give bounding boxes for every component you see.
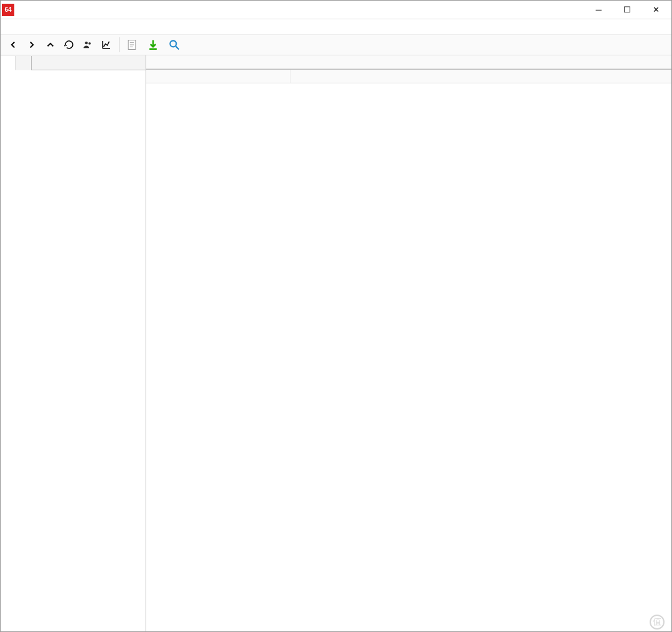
title-bar: 64 ─ ☐ ✕ <box>1 1 671 19</box>
left-pane <box>1 55 146 632</box>
up-button[interactable] <box>42 36 59 53</box>
menu-help[interactable] <box>53 26 60 28</box>
svg-point-6 <box>170 40 176 47</box>
users-button[interactable] <box>79 36 96 53</box>
report-button[interactable] <box>123 37 143 52</box>
search-icon <box>168 39 180 51</box>
menu-file[interactable] <box>3 26 11 28</box>
svg-point-0 <box>85 42 88 45</box>
report-icon <box>126 39 138 51</box>
toolbar <box>1 34 671 55</box>
right-pane <box>146 55 671 632</box>
detail-list[interactable] <box>146 83 671 632</box>
back-button[interactable] <box>4 36 22 53</box>
bios-update-button[interactable] <box>144 37 164 52</box>
graph-button[interactable] <box>98 36 115 53</box>
menu-report[interactable] <box>23 26 30 28</box>
menu-favorites[interactable] <box>33 26 40 28</box>
refresh-button[interactable] <box>60 36 78 53</box>
watermark-icon: 值 <box>650 615 665 630</box>
maximize-button[interactable]: ☐ <box>613 1 642 19</box>
menu-tools[interactable] <box>43 26 50 28</box>
col-value[interactable] <box>291 70 671 83</box>
left-tabs <box>1 55 146 70</box>
tab-favorites[interactable] <box>16 56 32 70</box>
minimize-button[interactable]: ─ <box>584 1 613 19</box>
app-logo-icon: 64 <box>2 4 14 16</box>
close-button[interactable]: ✕ <box>642 1 670 19</box>
device-list <box>146 55 671 70</box>
driver-update-button[interactable] <box>166 37 185 52</box>
device-list-header[interactable] <box>146 55 671 69</box>
download-icon <box>147 39 159 51</box>
nav-tree[interactable] <box>1 70 146 632</box>
tab-menu[interactable] <box>1 56 16 70</box>
col-item[interactable] <box>146 70 291 83</box>
forward-button[interactable] <box>23 36 40 53</box>
svg-point-1 <box>88 42 91 45</box>
menu-view[interactable] <box>13 26 21 28</box>
toolbar-separator <box>119 37 119 52</box>
watermark: 值 <box>650 615 667 630</box>
menu-bar <box>1 19 671 34</box>
detail-header <box>146 70 671 83</box>
svg-line-7 <box>176 47 179 50</box>
